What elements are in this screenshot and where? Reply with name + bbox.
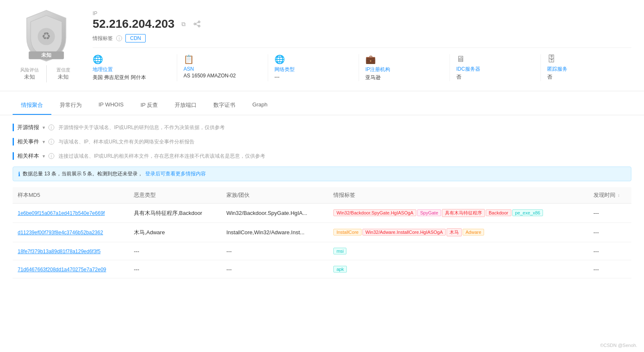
attr-name: 匿踪服务 bbox=[547, 66, 625, 73]
related-samples-title-row: 相关样本 ▼ i 连接过该域名、IP或URL的相关样本文件，存在恶意样本连接不代… bbox=[13, 152, 631, 160]
attr-item-4: 🖥 IDC服务器 否 bbox=[450, 54, 541, 81]
cell-md5: 1e6be09f15a067a1ed417b540e7e669f bbox=[13, 204, 129, 223]
attr-value: 否 bbox=[456, 74, 534, 81]
open-source-title: 开源情报 bbox=[17, 124, 39, 131]
related-events-info-icon[interactable]: i bbox=[48, 139, 54, 145]
svg-point-6 bbox=[198, 25, 200, 27]
intel-tag: InstallCore bbox=[333, 229, 362, 236]
related-events-section: 相关事件 ▼ i 与该域名、IP、样本或URL文件有关的网络安全事件分析报告 bbox=[13, 138, 631, 146]
tab-cert[interactable]: 数字证书 bbox=[205, 96, 244, 115]
attr-icon: 💼 bbox=[365, 54, 443, 64]
attr-name: 网络类型 bbox=[274, 66, 352, 73]
open-source-title-row: 开源情报 ▼ i 开源情报中关于该域名、IP或URL的研判信息，不作为决策依据，… bbox=[13, 124, 631, 131]
cell-time: --- bbox=[588, 223, 631, 242]
intel-tag: Backdoor bbox=[486, 209, 511, 216]
cell-tags: msi bbox=[328, 242, 588, 260]
login-link[interactable]: 登录后可查看更多情报内容 bbox=[145, 170, 206, 177]
intel-tags-label: 情报标签 bbox=[93, 35, 113, 42]
cell-time: --- bbox=[588, 204, 631, 223]
cell-family: --- bbox=[221, 260, 329, 278]
share-icon[interactable] bbox=[192, 19, 202, 29]
tab-abnormal[interactable]: 异常行为 bbox=[51, 96, 90, 115]
related-samples-arrow[interactable]: ▼ bbox=[42, 154, 46, 159]
info-icon[interactable]: i bbox=[116, 35, 122, 41]
intel-tag: 具有木马特征程序 bbox=[442, 209, 485, 217]
col-family: 家族/团伙 bbox=[221, 187, 329, 204]
footer-credit: ©CSDN @Senoh. bbox=[600, 343, 637, 348]
intel-tag: Win32/Backdoor.SpyGate.HgIASOgA bbox=[333, 209, 416, 216]
tabs-row: 情报聚合异常行为IP WHOISIP 反查开放端口数字证书Graph bbox=[13, 96, 631, 115]
open-source-info-icon[interactable]: i bbox=[48, 124, 54, 130]
related-events-title: 相关事件 bbox=[17, 138, 39, 146]
related-events-desc: 与该域名、IP、样本或URL文件有关的网络安全事件分析报告 bbox=[59, 138, 194, 146]
related-samples-section: 相关样本 ▼ i 连接过该域名、IP或URL的相关样本文件，存在恶意样本连接不代… bbox=[13, 152, 631, 160]
attr-icon: 🖥 bbox=[456, 54, 534, 64]
tab-ports[interactable]: 开放端口 bbox=[166, 96, 205, 115]
confidence: 置信度 未知 bbox=[46, 65, 80, 82]
intel-tag: 木马 bbox=[447, 228, 462, 236]
attr-icon: 🗄 bbox=[547, 54, 625, 64]
md5-link[interactable]: 71d6467663f208dd1a470275e7a72e09 bbox=[18, 267, 106, 273]
table-row: 18fe7f379b13a89d81f78a129ed6f3f5------ms… bbox=[13, 242, 631, 260]
info-icon-blue: ℹ bbox=[18, 171, 20, 177]
table-row: 71d6467663f208dd1a470275e7a72e09------ap… bbox=[13, 260, 631, 278]
md5-link[interactable]: d11239ef00f793f8e4c3746b52ba2362 bbox=[18, 230, 103, 236]
table-body: 1e6be09f15a067a1ed417b540e7e669f具有木马特征程序… bbox=[13, 204, 631, 278]
attr-item-0: 🌐 地理位置 美国 弗吉尼亚州 阿什本 bbox=[93, 54, 177, 81]
attr-name: IP注册机构 bbox=[365, 66, 443, 73]
table-header-row: 样本MD5恶意类型家族/团伙情报标签发现时间 ↕ bbox=[13, 187, 631, 204]
sort-icon-time[interactable]: ↕ bbox=[617, 193, 620, 198]
related-samples-info-icon[interactable]: i bbox=[48, 153, 54, 159]
intel-tag: msi bbox=[333, 248, 346, 254]
risk-row: 风险评估 未知 置信度 未知 bbox=[13, 65, 80, 82]
related-events-title-row: 相关事件 ▼ i 与该域名、IP、样本或URL文件有关的网络安全事件分析报告 bbox=[13, 138, 631, 146]
tab-graph[interactable]: Graph bbox=[244, 96, 276, 115]
attr-item-1: 📋 ASN AS 16509 AMAZON-02 bbox=[177, 54, 268, 81]
copy-icon[interactable]: ⧉ bbox=[179, 19, 188, 29]
col-time[interactable]: 发现时间 ↕ bbox=[588, 187, 631, 204]
attr-name: 地理位置 bbox=[93, 66, 170, 73]
ip-label: IP bbox=[93, 11, 631, 16]
attr-icon: 📋 bbox=[184, 54, 261, 64]
ip-title-row: 52.216.204.203 ⧉ bbox=[93, 17, 631, 31]
md5-link[interactable]: 18fe7f379b13a89d81f78a129ed6f3f5 bbox=[18, 249, 101, 254]
table-row: d11239ef00f793f8e4c3746b52ba2362木马,Adwar… bbox=[13, 223, 631, 242]
samples-table: 样本MD5恶意类型家族/团伙情报标签发现时间 ↕ 1e6be09f15a067a… bbox=[13, 187, 631, 278]
related-samples-title: 相关样本 bbox=[17, 152, 39, 160]
attr-value: AS 16509 AMAZON-02 bbox=[184, 73, 261, 79]
related-samples-desc: 连接过该域名、IP或URL的相关样本文件，存在恶意样本连接不代表该域名是恶意，仅… bbox=[59, 153, 265, 160]
cell-type: 木马,Adware bbox=[129, 223, 221, 242]
svg-text:未知: 未知 bbox=[41, 52, 51, 58]
cell-md5: 71d6467663f208dd1a470275e7a72e09 bbox=[13, 260, 129, 278]
content-section: 开源情报 ▼ i 开源情报中关于该域名、IP或URL的研判信息，不作为决策依据，… bbox=[0, 115, 644, 287]
col-md5: 样本MD5 bbox=[13, 187, 129, 204]
cell-type: --- bbox=[129, 260, 221, 278]
attr-name: ASN bbox=[184, 66, 261, 72]
cell-family: InstallCore,Win32/Adware.Inst... bbox=[221, 223, 329, 242]
related-events-arrow[interactable]: ▼ bbox=[42, 140, 46, 144]
table-row: 1e6be09f15a067a1ed417b540e7e669f具有木马特征程序… bbox=[13, 204, 631, 223]
md5-link[interactable]: 1e6be09f15a067a1ed417b540e7e669f bbox=[18, 210, 105, 216]
header-info: IP 52.216.204.203 ⧉ 情报标签 i CDN bbox=[93, 8, 631, 81]
page-wrapper: ♻ 未知 风险评估 未知 置信度 未知 IP 52.216.204.203 bbox=[0, 0, 644, 352]
cell-type: --- bbox=[129, 242, 221, 260]
shield-icon: ♻ 未知 bbox=[19, 8, 74, 63]
shield-container: ♻ 未知 风险评估 未知 置信度 未知 bbox=[13, 8, 80, 82]
cell-tags: apk bbox=[328, 260, 588, 278]
intel-tag: Adware bbox=[463, 229, 484, 236]
risk-label: 风险评估 bbox=[13, 67, 46, 73]
attr-value: 亚马逊 bbox=[365, 74, 443, 81]
open-source-arrow[interactable]: ▼ bbox=[42, 125, 46, 130]
tab-intel[interactable]: 情报聚合 bbox=[13, 96, 51, 115]
tab-reverse[interactable]: IP 反查 bbox=[132, 96, 167, 115]
intel-tag: SpyGate bbox=[417, 209, 441, 216]
attr-item-3: 💼 IP注册机构 亚马逊 bbox=[359, 54, 450, 81]
svg-point-4 bbox=[198, 21, 200, 23]
cell-md5: d11239ef00f793f8e4c3746b52ba2362 bbox=[13, 223, 129, 242]
col-type: 恶意类型 bbox=[129, 187, 221, 204]
cell-tags: Win32/Backdoor.SpyGate.HgIASOgASpyGate具有… bbox=[328, 204, 588, 223]
svg-line-7 bbox=[196, 22, 198, 24]
attr-item-2: 🌐 网络类型 --- bbox=[268, 54, 359, 81]
cell-type: 具有木马特征程序,Backdoor bbox=[129, 204, 221, 223]
tab-whois[interactable]: IP WHOIS bbox=[90, 96, 132, 115]
